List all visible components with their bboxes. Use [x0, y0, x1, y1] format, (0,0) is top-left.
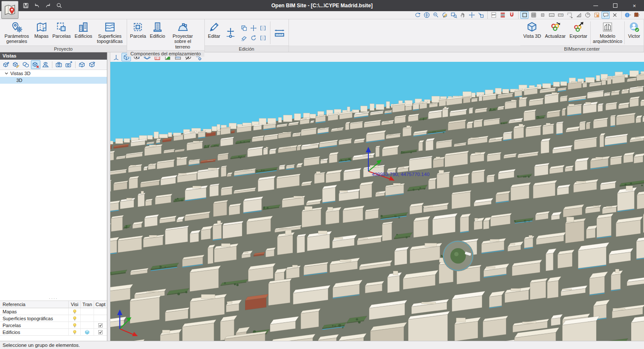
ortho-mode-icon[interactable]	[520, 11, 529, 19]
close-button[interactable]: ×	[625, 0, 644, 11]
topographic-surfaces-button[interactable]: Superficies topográficas	[94, 20, 125, 46]
ribbon-separator	[624, 21, 625, 44]
reference-sheet-icon[interactable]	[592, 11, 601, 19]
delete-view-icon[interactable]	[31, 60, 40, 69]
maximize-button[interactable]	[605, 0, 625, 11]
views-tree-group[interactable]: Vistas 3D	[0, 70, 107, 77]
chevron-down-icon	[4, 71, 9, 76]
capture-checkbox[interactable]	[94, 308, 107, 315]
duplicate-view-icon[interactable]	[21, 60, 30, 69]
web-globe-icon[interactable]	[623, 11, 632, 19]
keyboard-entry-icon[interactable]	[547, 11, 556, 19]
close-tool-icon[interactable]	[611, 11, 619, 19]
panel-horizontal-splitter[interactable]: ····	[0, 296, 107, 300]
move-view-icon[interactable]	[468, 11, 476, 19]
ribbon-button-label: Victor	[628, 33, 640, 39]
snap-magnet-icon[interactable]	[507, 11, 516, 19]
update-button[interactable]: Actualizar	[543, 20, 567, 46]
section-box-icon[interactable]	[77, 60, 87, 69]
ribbon-group-label: Edición	[205, 46, 289, 52]
fit-view-icon[interactable]	[477, 11, 485, 19]
visibility-bulb-icon[interactable]	[68, 315, 80, 322]
svg-text:1.50: 1.50	[559, 14, 562, 16]
erase-button[interactable]	[240, 33, 249, 42]
capture-checkbox[interactable]	[94, 315, 107, 322]
toolbar-separator	[52, 61, 52, 68]
snapshot-icon[interactable]	[54, 60, 64, 69]
object-snap-icon[interactable]	[538, 11, 547, 19]
axes-icon[interactable]	[111, 53, 121, 61]
maps-button[interactable]: Mapas	[33, 20, 50, 46]
toolbar-separator	[75, 61, 76, 68]
visibility-bulb-icon[interactable]	[68, 329, 80, 335]
edit-view-icon[interactable]	[11, 60, 21, 69]
ribbon-button-label: Edificios	[75, 33, 92, 39]
ribbon-group: ParcelaEdificioProyectar sobre el terren…	[127, 19, 205, 52]
ribbon-button-label: Vista 3D	[523, 33, 541, 39]
redo-button[interactable]	[44, 1, 52, 10]
save-button[interactable]	[21, 1, 30, 10]
architectural-model-button[interactable]: Modelo arquitectónico	[592, 20, 623, 46]
ribbon-group: Vista 3DActualizarExportarModelo arquite…	[520, 19, 644, 52]
visibility-bulb-icon[interactable]	[68, 308, 80, 315]
views-panel-toolbar	[0, 60, 107, 70]
edit-node-button[interactable]	[223, 20, 238, 46]
capture-checkbox[interactable]	[94, 322, 107, 328]
measure-button[interactable]	[272, 20, 287, 46]
toolbar-group-import-tools: DXF	[487, 11, 517, 19]
section-box-edit-icon[interactable]	[87, 60, 97, 69]
pan-view-icon[interactable]	[422, 11, 431, 19]
copy-button[interactable]	[240, 24, 249, 32]
view-3d-button[interactable]: Vista 3D	[522, 20, 543, 46]
user-account-button[interactable]: Victor	[626, 20, 642, 46]
set-square-icon[interactable]	[574, 11, 583, 19]
viewport-3d-scene[interactable]: 439953.790, 4475770.140	[110, 62, 644, 341]
protractor-icon[interactable]	[583, 11, 592, 19]
rotate-button[interactable]	[249, 33, 258, 42]
buildings-button[interactable]: Edificios	[73, 20, 94, 46]
undo-button[interactable]	[33, 1, 41, 10]
building-button[interactable]: Edificio	[148, 20, 167, 50]
move-button[interactable]	[249, 24, 258, 32]
orbit-icon[interactable]	[413, 11, 422, 19]
redraw-icon[interactable]	[440, 11, 449, 19]
ribbon-button-label: Modelo arquitectónico	[593, 33, 622, 44]
grid-icon[interactable]	[529, 11, 538, 19]
transparency-cube-icon[interactable]	[80, 315, 94, 322]
export-button[interactable]: Exportar	[568, 20, 589, 46]
restore-camera-icon[interactable]	[64, 60, 73, 69]
zoom-window-icon[interactable]	[450, 11, 458, 19]
search-button[interactable]	[55, 1, 64, 10]
transparency-cube-icon[interactable]	[80, 308, 94, 315]
minimize-button[interactable]	[586, 0, 605, 11]
mirror-right-button[interactable]	[259, 24, 267, 32]
selection-window-icon[interactable]	[565, 11, 574, 19]
view-visibility-icon[interactable]	[41, 60, 50, 69]
transparency-cube-icon[interactable]	[80, 329, 94, 335]
layer-name: Parcelas	[0, 323, 68, 328]
transparency-cube-icon[interactable]	[80, 322, 94, 328]
views-tree-item-3d[interactable]: 3D	[0, 77, 107, 84]
plot-button[interactable]: Parcela	[128, 20, 148, 50]
ribbon-group: EditarEdición	[205, 19, 289, 52]
general-parameters-button[interactable]: Parámetros generales	[1, 20, 32, 46]
edit-button[interactable]: Editar	[206, 20, 222, 46]
panel-vertical-splitter[interactable]	[107, 52, 110, 341]
comment-icon[interactable]	[601, 11, 610, 19]
capture-checkbox[interactable]	[94, 329, 107, 335]
new-view-icon[interactable]	[1, 60, 11, 69]
app-menu-button[interactable]	[1, 1, 18, 19]
hand-pan-icon[interactable]	[459, 11, 467, 19]
dxf-layers-icon[interactable]	[498, 11, 507, 19]
help-book-icon[interactable]	[632, 11, 641, 19]
visibility-bulb-icon[interactable]	[68, 322, 80, 328]
mirror-left-button[interactable]	[259, 33, 267, 42]
dimension-display-icon[interactable]: 1.50	[556, 11, 565, 19]
open-bim-site-window: Open BIM Site - [C:\...\CYPE Madrid.bsit…	[0, 0, 644, 349]
plots-button[interactable]: Parcelas	[51, 20, 73, 46]
toolbar-group-resources	[621, 11, 642, 19]
dxf-templates-icon[interactable]: DXF	[489, 11, 498, 19]
zoom-previous-icon[interactable]	[431, 11, 440, 19]
ribbon-button-label: Mapas	[34, 33, 49, 39]
project-on-terrain-button[interactable]: Proyectar sobre el terreno	[167, 20, 198, 50]
